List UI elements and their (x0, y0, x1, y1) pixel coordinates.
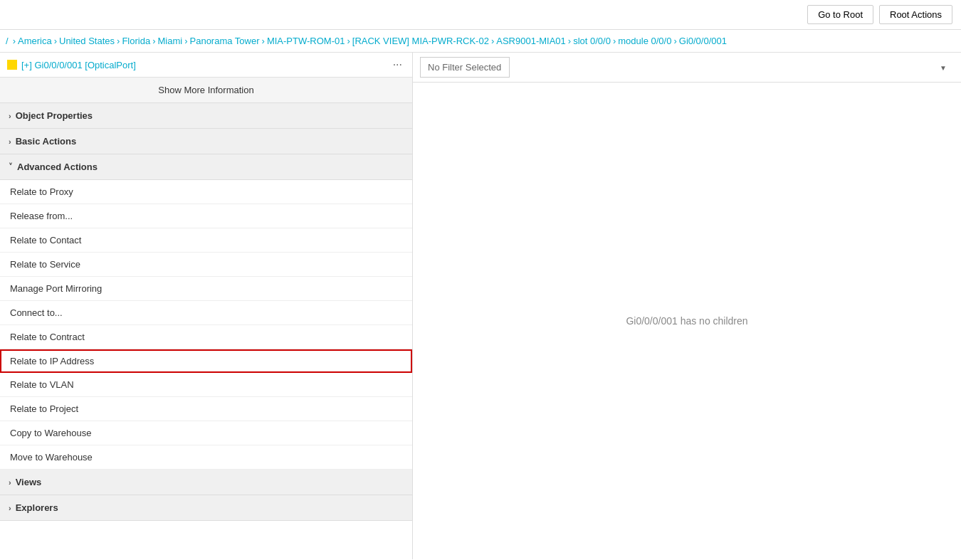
filter-select[interactable]: No Filter Selected (420, 57, 510, 78)
breadcrumb-sep-10: › (673, 36, 676, 46)
show-more-button[interactable]: Show More Information (0, 78, 412, 103)
breadcrumb-sep-5: › (262, 36, 265, 46)
section-advanced-actions[interactable]: ˅ Advanced Actions (0, 154, 412, 180)
section-basic-actions-label: Basic Actions (16, 136, 77, 147)
object-menu-button[interactable]: ··· (390, 58, 405, 71)
breadcrumb-sep-7: › (491, 36, 494, 46)
section-views-label: Views (16, 477, 42, 487)
chevron-down-icon: ˅ (9, 162, 13, 171)
chevron-right-icon-4: › (9, 504, 11, 512)
breadcrumb-sep-9: › (613, 36, 616, 46)
object-color-indicator (7, 60, 17, 70)
chevron-right-icon-3: › (9, 478, 11, 487)
breadcrumb-item-us[interactable]: United States (59, 36, 115, 46)
advanced-action-item[interactable]: Move to Warehouse (0, 445, 412, 470)
breadcrumb-sep-8: › (568, 36, 571, 46)
breadcrumb-sep-4: › (184, 36, 187, 46)
breadcrumb-item-miami[interactable]: Miami (157, 36, 182, 46)
section-explorers-label: Explorers (16, 502, 58, 513)
section-views[interactable]: › Views (0, 470, 412, 495)
breadcrumb-item-gi[interactable]: Gi0/0/0/001 (679, 36, 727, 46)
main-layout: [+] Gi0/0/0/001 [OpticalPort] ··· Show M… (0, 53, 961, 559)
breadcrumb-item-america[interactable]: America (18, 36, 52, 46)
chevron-right-icon: › (9, 112, 11, 120)
advanced-actions-list: Relate to ProxyRelease from...Relate to … (0, 180, 412, 470)
breadcrumb-item-florida[interactable]: Florida (122, 36, 150, 46)
object-header: [+] Gi0/0/0/001 [OpticalPort] ··· (0, 53, 412, 78)
breadcrumb-sep-3: › (152, 36, 155, 46)
advanced-action-item[interactable]: Relate to VLAN (0, 373, 412, 397)
advanced-action-item[interactable]: Relate to Contract (0, 325, 412, 349)
section-basic-actions[interactable]: › Basic Actions (0, 129, 412, 154)
filter-bar: No Filter Selected (413, 53, 961, 83)
advanced-action-item[interactable]: Copy to Warehouse (0, 421, 412, 445)
advanced-action-item[interactable]: Release from... (0, 204, 412, 228)
section-explorers[interactable]: › Explorers (0, 495, 412, 521)
advanced-action-item[interactable]: Relate to IP Address (0, 349, 412, 373)
section-object-properties-label: Object Properties (16, 110, 93, 121)
advanced-action-item[interactable]: Relate to Proxy (0, 180, 412, 204)
breadcrumb-item-asr[interactable]: ASR9001-MIA01 (496, 36, 566, 46)
breadcrumb-item-slot[interactable]: slot 0/0/0 (573, 36, 611, 46)
goto-root-button[interactable]: Go to Root (807, 5, 873, 24)
right-content-area: Gi0/0/0/001 has no children (413, 83, 961, 559)
advanced-action-item[interactable]: Manage Port Mirroring (0, 277, 412, 301)
advanced-action-item[interactable]: Relate to Project (0, 397, 412, 421)
breadcrumb-item-panorama[interactable]: Panorama Tower (190, 36, 260, 46)
breadcrumb-sep-0: › (13, 36, 16, 46)
breadcrumb-item-rackview[interactable]: [RACK VIEW] MIA-PWR-RCK-02 (352, 36, 489, 46)
breadcrumb-item-rom01[interactable]: MIA-PTW-ROM-01 (267, 36, 345, 46)
breadcrumb-item-module[interactable]: module 0/0/0 (618, 36, 671, 46)
advanced-action-item[interactable]: Relate to Service (0, 253, 412, 277)
object-prefix: [+] (21, 60, 32, 70)
left-panel: [+] Gi0/0/0/001 [OpticalPort] ··· Show M… (0, 53, 413, 559)
top-bar: Go to Root Root Actions (0, 0, 961, 30)
root-actions-button[interactable]: Root Actions (879, 5, 952, 24)
advanced-action-item[interactable]: Relate to Contact (0, 228, 412, 253)
breadcrumb: / › America › United States › Florida › … (0, 30, 961, 53)
filter-dropdown-wrapper: No Filter Selected (420, 57, 954, 78)
object-title[interactable]: [+] Gi0/0/0/001 [OpticalPort] (21, 60, 386, 70)
section-advanced-actions-label: Advanced Actions (17, 162, 98, 172)
breadcrumb-sep-2: › (117, 36, 120, 46)
breadcrumb-sep-1: › (54, 36, 57, 46)
object-title-text: Gi0/0/0/001 [OpticalPort] (34, 60, 135, 70)
chevron-right-icon-2: › (9, 137, 11, 146)
breadcrumb-root-symbol[interactable]: / (6, 36, 9, 46)
section-object-properties[interactable]: › Object Properties (0, 103, 412, 129)
right-panel: No Filter Selected Gi0/0/0/001 has no ch… (413, 53, 961, 559)
advanced-action-item[interactable]: Connect to... (0, 301, 412, 325)
breadcrumb-sep-6: › (347, 36, 350, 46)
no-children-message: Gi0/0/0/001 has no children (626, 315, 747, 327)
